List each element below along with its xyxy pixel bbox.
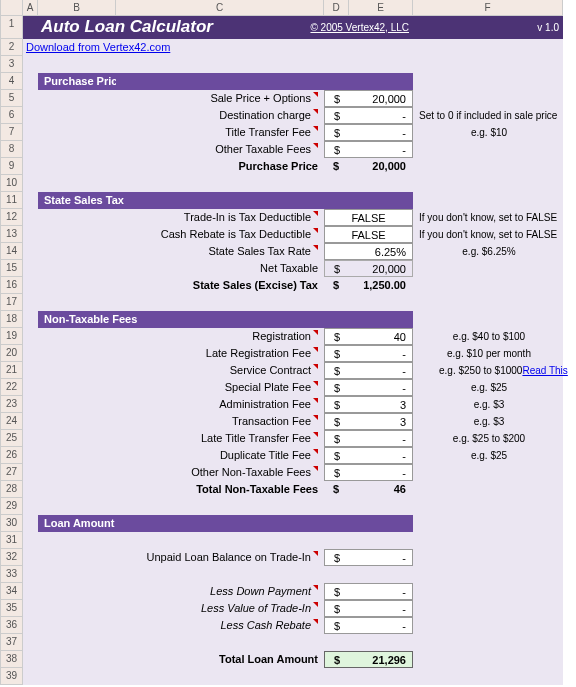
read-this-link[interactable]: Read This <box>522 365 567 376</box>
row-31[interactable]: 31 <box>1 532 23 549</box>
row-24[interactable]: 24 <box>1 413 23 430</box>
val-tax-rate[interactable]: 6.25% <box>349 243 413 260</box>
row-9[interactable]: 9 <box>1 158 23 175</box>
row-7[interactable]: 7 <box>1 124 23 141</box>
row-25[interactable]: 25 <box>1 430 23 447</box>
row-36[interactable]: 36 <box>1 617 23 634</box>
val-total-loan: 21,296 <box>349 651 413 668</box>
col-B[interactable]: B <box>38 0 116 16</box>
select-all-cell[interactable] <box>1 0 23 16</box>
column-headers: A B C D E F <box>0 0 576 16</box>
row-16[interactable]: 16 <box>1 277 23 294</box>
row-23[interactable]: 23 <box>1 396 23 413</box>
row-28[interactable]: 28 <box>1 481 23 498</box>
copyright: © 2005 Vertex42, LLC <box>349 16 413 39</box>
val-rebate-deduct[interactable]: FALSE <box>324 226 413 243</box>
label-total-loan: Total Loan Amount <box>116 651 324 668</box>
app-title: Auto Loan Calculator <box>38 16 349 39</box>
val-tax-total: 1,250.00 <box>349 277 413 294</box>
val-nontax-total: 46 <box>349 481 413 498</box>
spreadsheet: A B C D E F 1 Auto Loan Calculator © 200… <box>0 0 576 685</box>
row-22[interactable]: 22 <box>1 379 23 396</box>
row-38[interactable]: 38 <box>1 651 23 668</box>
row-37[interactable]: 37 <box>1 634 23 651</box>
row-35[interactable]: 35 <box>1 600 23 617</box>
label-other-tax-fees: Other Taxable Fees <box>116 141 324 158</box>
row-17[interactable]: 17 <box>1 294 23 311</box>
row-30[interactable]: 30 <box>1 515 23 532</box>
col-A[interactable]: A <box>23 0 38 16</box>
section-tax-header: State Sales Tax <box>38 192 413 209</box>
sym-sale-price[interactable]: $ <box>324 90 349 107</box>
label-sale-price: Sale Price + Options <box>116 90 324 107</box>
row-11[interactable]: 11 <box>1 192 23 209</box>
row-14[interactable]: 14 <box>1 243 23 260</box>
row-8[interactable]: 8 <box>1 141 23 158</box>
row-34[interactable]: 34 <box>1 583 23 600</box>
row-26[interactable]: 26 <box>1 447 23 464</box>
col-C[interactable]: C <box>116 0 324 16</box>
row-12[interactable]: 12 <box>1 209 23 226</box>
title-row: 1 Auto Loan Calculator © 2005 Vertex42, … <box>0 16 576 39</box>
row-4[interactable]: 4 <box>1 73 23 90</box>
label-purchase-total: Purchase Price <box>116 158 324 175</box>
version: v 1.0 <box>413 16 563 39</box>
row-6[interactable]: 6 <box>1 107 23 124</box>
row-19[interactable]: 19 <box>1 328 23 345</box>
section-loan-header: Loan Amount <box>38 515 413 532</box>
col-F[interactable]: F <box>413 0 563 16</box>
row-39[interactable]: 39 <box>1 668 23 685</box>
row-3[interactable]: 3 <box>1 56 23 73</box>
label-destination: Destination charge <box>116 107 324 124</box>
row-18[interactable]: 18 <box>1 311 23 328</box>
download-link[interactable]: Download from Vertex42.com <box>23 39 563 56</box>
row-21[interactable]: 21 <box>1 362 23 379</box>
download-row: 2 Download from Vertex42.com <box>0 39 576 56</box>
row-27[interactable]: 27 <box>1 464 23 481</box>
row-32[interactable]: 32 <box>1 549 23 566</box>
col-D[interactable]: D <box>324 0 349 16</box>
val-tradein-deduct[interactable]: FALSE <box>324 209 413 226</box>
row-20[interactable]: 20 <box>1 345 23 362</box>
section-purchase-header: Purchase Price (before tax) <box>38 73 116 90</box>
row-33[interactable]: 33 <box>1 566 23 583</box>
row-2[interactable]: 2 <box>1 39 23 56</box>
col-E[interactable]: E <box>349 0 413 16</box>
val-net-taxable: 20,000 <box>349 260 413 277</box>
row-15[interactable]: 15 <box>1 260 23 277</box>
note-sale-price <box>413 90 563 107</box>
row-29[interactable]: 29 <box>1 498 23 515</box>
val-sale-price[interactable]: 20,000 <box>349 90 413 107</box>
sym-purchase-total: $ <box>324 158 349 175</box>
row-13[interactable]: 13 <box>1 226 23 243</box>
label-title-transfer: Title Transfer Fee <box>116 124 324 141</box>
row-5[interactable]: 5 <box>1 90 23 107</box>
section-nontax-header: Non-Taxable Fees <box>38 311 413 328</box>
val-purchase-total: 20,000 <box>349 158 413 175</box>
row-1[interactable]: 1 <box>1 16 23 39</box>
row-10[interactable]: 10 <box>1 175 23 192</box>
